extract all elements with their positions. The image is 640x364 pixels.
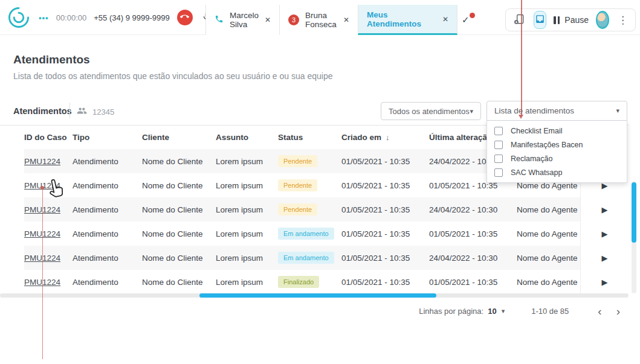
caret-down-icon: ▾ (470, 107, 473, 115)
status-badge: Pendente (278, 155, 317, 167)
cell-criado-em: 01/05/2021 - 10:35 (341, 222, 429, 246)
cell-criado-em: 01/05/2021 - 10:35 (341, 149, 429, 173)
check-icon: ✓ (462, 14, 470, 25)
page-title: Atendimentos (13, 53, 90, 66)
filter-list-select[interactable]: Lista de atendimentos ▾ (486, 101, 627, 121)
cell-tipo: Atendimento (73, 222, 142, 246)
case-id-link[interactable]: PMU1224 (24, 278, 60, 287)
status-badge: Em andamento (278, 228, 334, 240)
cell-cliente: Nome do Cliente (142, 173, 216, 197)
col-criado-em-label: Criado em (341, 133, 381, 142)
table-row[interactable]: PMU1224 Atendimento Nome do Cliente Lore… (0, 197, 629, 222)
dropdown-option[interactable]: Checklist Email (487, 124, 627, 138)
filter-all-select[interactable]: Todos os atendimentos ▾ (381, 102, 481, 120)
cell-agente: Nome do Agente (517, 222, 580, 246)
cell-ultima-alteracao: 24/04/2022 - 10:30 (429, 197, 517, 222)
cell-assunto: Lorem ipsum (216, 197, 278, 222)
notification-dot (470, 13, 475, 18)
tab-label: Meus Atendimentos (367, 10, 436, 28)
col-criado-em[interactable]: Criado em ↓ (341, 126, 429, 149)
case-id-link[interactable]: PMU1224 (24, 205, 60, 214)
checkbox-unchecked[interactable] (494, 155, 503, 163)
cell-ultima-alteracao: 01/05/2021 - 10:35 (429, 270, 517, 294)
checkbox-unchecked[interactable] (494, 168, 503, 177)
play-button[interactable]: ▶ (602, 254, 608, 263)
divider (69, 103, 70, 118)
people-icon (77, 106, 87, 118)
app-window: ••• 00:00:00 +55 (34) 9 9999-9999 ⋮ Marc… (0, 0, 640, 364)
section-title: Atendimentos (13, 106, 72, 116)
filter-all-value: Todos os atendimentos (389, 107, 470, 116)
call-phone-number: +55 (34) 9 9999-9999 (94, 13, 169, 22)
tab-meus-atendimentos[interactable]: Meus Atendimentos ✕ (358, 5, 457, 35)
case-id-link[interactable]: PMU1224 (24, 157, 60, 166)
close-icon[interactable]: ✕ (343, 16, 349, 24)
dropdown-option[interactable]: SAC Whatsapp (487, 165, 627, 179)
call-signal-icon: ••• (39, 13, 49, 22)
tab-bruna-fonseca[interactable]: 3 Bruna Fonseca ✕ (279, 5, 358, 35)
horizontal-scrollbar[interactable] (0, 293, 629, 298)
table-row[interactable]: PMU1224 Atendimento Nome do Cliente Lore… (0, 246, 629, 270)
previous-page-button[interactable]: ‹ (598, 305, 601, 317)
call-timer: 00:00:00 (56, 13, 87, 22)
tab-marcelo-silva[interactable]: Marcelo Silva ✕ (205, 5, 279, 35)
dropdown-option-label: SAC Whatsapp (511, 168, 562, 177)
pause-button[interactable]: Pause (554, 15, 589, 25)
rows-per-page-label: Linhas por página: (419, 307, 483, 316)
cell-criado-em: 01/05/2021 - 10:35 (341, 270, 429, 294)
cell-tipo: Atendimento (73, 270, 142, 294)
dropdown-option[interactable]: Manifestações Bacen (487, 138, 627, 152)
add-device-button[interactable] (512, 12, 526, 28)
status-badge: Em andamento (278, 252, 334, 264)
case-id-link[interactable]: PMU1224 (24, 229, 60, 238)
play-button[interactable]: ▶ (602, 205, 608, 214)
col-id: ID do Caso (24, 126, 73, 149)
profile-menu-button[interactable]: ⋮ (616, 14, 629, 27)
cell-agente: Nome do Agente (517, 270, 580, 294)
cell-cliente: Nome do Cliente (142, 270, 216, 294)
call-end-icon (180, 12, 189, 23)
next-page-button[interactable]: › (616, 305, 620, 317)
status-badge: Pendente (278, 203, 317, 216)
cell-assunto: Lorem ipsum (216, 246, 278, 270)
checkbox-unchecked[interactable] (494, 141, 503, 149)
page-subtitle: Lista de todos os atendimentos que estão… (13, 71, 332, 81)
vertical-scrollbar-thumb[interactable] (632, 182, 636, 243)
status-badge: Pendente (278, 179, 317, 191)
close-icon[interactable]: ✕ (265, 16, 271, 24)
play-button[interactable]: ▶ (602, 278, 608, 287)
dropdown-option-label: Checklist Email (511, 127, 562, 135)
cell-assunto: Lorem ipsum (216, 149, 278, 173)
tabs-check-notification[interactable]: ✓ (462, 14, 475, 28)
case-id-link[interactable]: PMU1224 (24, 254, 60, 263)
sort-desc-icon[interactable]: ↓ (386, 133, 390, 142)
checkbox-unchecked[interactable] (494, 127, 503, 135)
inbox-button[interactable] (534, 11, 546, 29)
close-icon[interactable]: ✕ (442, 15, 448, 24)
hangup-button[interactable] (177, 10, 193, 25)
app-logo-icon (7, 6, 30, 29)
cell-ultima-alteracao: 01/05/2021 - 10:35 (429, 222, 517, 246)
cell-agente: Nome do Agente (517, 246, 580, 270)
dropdown-option[interactable]: Reclamação (487, 152, 627, 165)
user-avatar[interactable] (596, 11, 609, 29)
active-call-bar: ••• 00:00:00 +55 (34) 9 9999-9999 ⋮ (39, 0, 233, 35)
filter-list-value: Lista de atendimentos (494, 106, 574, 115)
horizontal-scrollbar-thumb[interactable] (199, 293, 436, 298)
col-assunto: Assunto (216, 126, 278, 149)
rows-per-page-value[interactable]: 10 (488, 307, 496, 316)
caret-down-icon[interactable]: ▾ (502, 307, 505, 315)
play-button[interactable]: ▶ (602, 229, 608, 238)
table-row[interactable]: PMU1224 Atendimento Nome do Cliente Lore… (0, 222, 629, 246)
vertical-scrollbar[interactable] (632, 181, 636, 293)
pause-icon (554, 16, 560, 24)
queue-count-value: 12345 (92, 107, 114, 117)
table-row[interactable]: PMU1224 Atendimento Nome do Cliente Lore… (0, 270, 629, 294)
dropdown-option-label: Manifestações Bacen (511, 141, 583, 149)
case-id-link[interactable]: PMU1224 (24, 181, 60, 190)
dropdown-option-label: Reclamação (511, 155, 552, 163)
cell-assunto: Lorem ipsum (216, 222, 278, 246)
col-tipo: Tipo (73, 126, 142, 149)
device-add-icon (513, 13, 525, 27)
status-badge: Finalizado (278, 276, 319, 288)
